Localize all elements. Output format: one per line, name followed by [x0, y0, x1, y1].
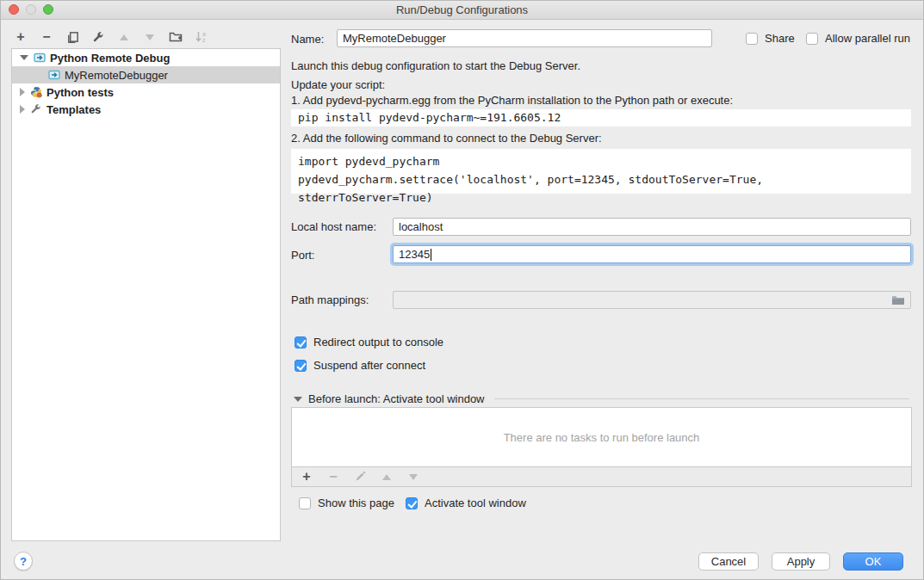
- show-this-page-label: Show this page: [318, 497, 394, 509]
- local-host-name-input[interactable]: [393, 218, 911, 236]
- add-task-icon[interactable]: +: [299, 469, 314, 484]
- run-configuration-icon: [34, 52, 46, 64]
- activate-tool-window-checkbox-row[interactable]: Activate tool window: [406, 497, 526, 509]
- collapse-icon[interactable]: [294, 397, 302, 402]
- close-window-button[interactable]: [9, 4, 19, 15]
- zoom-window-button[interactable]: [43, 4, 53, 15]
- show-this-page-checkbox[interactable]: [299, 497, 311, 509]
- path-mappings-input[interactable]: [393, 291, 911, 309]
- suspend-after-connect-label: Suspend after connect: [313, 359, 425, 372]
- settrace-code-block: import pydevd_pycharm pydevd_pycharm.set…: [291, 149, 911, 194]
- allow-parallel-run-label: Allow parallel run: [825, 32, 910, 45]
- edit-task-icon: [352, 469, 368, 484]
- collapse-icon[interactable]: [20, 55, 28, 60]
- move-task-up-icon: [379, 469, 394, 484]
- move-down-icon: [142, 29, 158, 45]
- apply-button[interactable]: Apply: [772, 552, 830, 571]
- title-bar: Run/Debug Configurations: [1, 1, 923, 20]
- port-input[interactable]: 12345: [393, 245, 911, 263]
- activate-tool-window-checkbox[interactable]: [406, 497, 418, 509]
- tree-item-label: Templates: [47, 103, 101, 116]
- path-mappings-label: Path mappings:: [291, 293, 369, 306]
- name-label: Name:: [291, 33, 324, 46]
- redirect-output-checkbox[interactable]: [295, 336, 307, 349]
- allow-parallel-run-checkbox[interactable]: [806, 33, 818, 45]
- name-input[interactable]: [337, 29, 712, 47]
- edit-templates-icon[interactable]: [90, 29, 106, 45]
- cancel-button[interactable]: Cancel: [698, 552, 759, 571]
- update-script-text: Update your script:: [291, 78, 385, 91]
- tree-item-label: MyRemoteDebugger: [65, 69, 168, 82]
- add-configuration-icon[interactable]: +: [13, 29, 28, 45]
- before-launch-tasks-list[interactable]: There are no tasks to run before launch: [291, 407, 912, 467]
- help-question-icon: ?: [20, 555, 27, 568]
- code-import-line: import pydevd_pycharm: [298, 152, 904, 170]
- tree-item-python-remote-debug[interactable]: Python Remote Debug: [12, 49, 280, 66]
- expand-icon[interactable]: [20, 105, 25, 114]
- expand-icon[interactable]: [20, 88, 25, 96]
- allow-parallel-run-checkbox-row[interactable]: Allow parallel run: [806, 32, 910, 45]
- local-host-name-label: Local host name:: [291, 220, 376, 233]
- pip-install-code: pip install pydevd-pycharm~=191.6605.12: [291, 109, 911, 126]
- window-title: Run/Debug Configurations: [396, 3, 528, 16]
- port-value: 12345: [399, 248, 430, 261]
- templates-wrench-icon: [30, 103, 42, 115]
- share-label: Share: [765, 32, 795, 45]
- before-launch-section-header[interactable]: Before launch: Activate tool window: [294, 392, 909, 405]
- redirect-output-label: Redirect output to console: [313, 336, 443, 349]
- tree-item-label: Python tests: [47, 86, 114, 99]
- activate-tool-window-label: Activate tool window: [425, 497, 526, 509]
- svg-text:z: z: [202, 37, 206, 43]
- suspend-after-connect-checkbox-row[interactable]: Suspend after connect: [295, 359, 425, 372]
- ok-button[interactable]: OK: [843, 552, 903, 571]
- share-checkbox[interactable]: [746, 33, 758, 45]
- configurations-tree: Python Remote Debug MyRemoteDebugger Pyt…: [11, 48, 281, 541]
- sort-alphabetically-icon: az: [194, 29, 209, 45]
- section-rule: [494, 398, 909, 399]
- run-configuration-icon: [48, 69, 60, 81]
- tree-item-label: Python Remote Debug: [50, 52, 170, 65]
- run-debug-configurations-dialog: Run/Debug Configurations + − az Python R…: [0, 0, 924, 580]
- intro-text: Launch this debug configuration to start…: [291, 59, 580, 72]
- new-folder-icon[interactable]: [168, 29, 183, 45]
- tasks-toolbar: + −: [291, 466, 912, 487]
- tree-item-python-tests[interactable]: Python tests: [12, 83, 280, 101]
- svg-text:a: a: [202, 31, 206, 37]
- step2-text: 2. Add the following command to connect …: [291, 132, 602, 145]
- tree-item-templates[interactable]: Templates: [12, 101, 280, 118]
- redirect-output-checkbox-row[interactable]: Redirect output to console: [295, 336, 443, 349]
- move-task-down-icon: [406, 469, 421, 484]
- code-settrace-line: pydevd_pycharm.settrace('localhost', por…: [298, 170, 904, 207]
- browse-folder-icon[interactable]: [891, 294, 905, 306]
- help-button[interactable]: ?: [14, 552, 33, 571]
- share-checkbox-row[interactable]: Share: [746, 32, 795, 45]
- copy-configuration-icon[interactable]: [65, 29, 80, 45]
- suspend-after-connect-checkbox[interactable]: [295, 360, 307, 372]
- remove-task-icon: −: [326, 469, 341, 484]
- python-tests-icon: [30, 86, 42, 98]
- before-launch-title: Before launch: Activate tool window: [308, 392, 485, 405]
- show-this-page-checkbox-row[interactable]: Show this page: [299, 497, 394, 509]
- step1-text: 1. Add pydevd-pycharm.egg from the PyCha…: [291, 94, 733, 107]
- minimize-window-button[interactable]: [26, 4, 36, 15]
- move-up-icon: [116, 29, 132, 45]
- text-cursor: [431, 249, 431, 261]
- remove-configuration-icon[interactable]: −: [39, 29, 54, 45]
- port-label: Port:: [291, 249, 314, 262]
- tree-item-myremotedebugger[interactable]: MyRemoteDebugger: [12, 66, 280, 83]
- configurations-toolbar: + − az: [13, 27, 209, 47]
- no-tasks-text: There are no tasks to run before launch: [504, 431, 700, 444]
